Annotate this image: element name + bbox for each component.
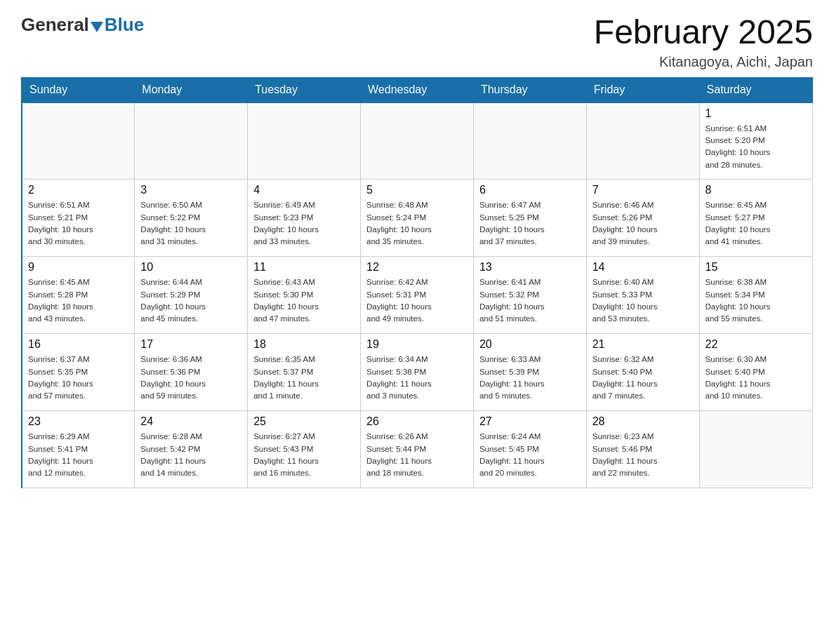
day-number: 26 xyxy=(366,415,468,428)
calendar-cell: 8Sunrise: 6:45 AM Sunset: 5:27 PM Daylig… xyxy=(699,180,812,257)
logo: General Blue xyxy=(21,14,144,36)
calendar-cell: 1Sunrise: 6:51 AM Sunset: 5:20 PM Daylig… xyxy=(699,102,812,180)
calendar-cell: 25Sunrise: 6:27 AM Sunset: 5:43 PM Dayli… xyxy=(248,411,361,488)
day-of-week-saturday: Saturday xyxy=(699,77,812,102)
calendar-cell: 20Sunrise: 6:33 AM Sunset: 5:39 PM Dayli… xyxy=(473,334,586,411)
day-of-week-tuesday: Tuesday xyxy=(248,77,361,102)
calendar-header: SundayMondayTuesdayWednesdayThursdayFrid… xyxy=(22,77,812,102)
day-info: Sunrise: 6:29 AM Sunset: 5:41 PM Dayligh… xyxy=(28,431,128,479)
calendar-week-3: 9Sunrise: 6:45 AM Sunset: 5:28 PM Daylig… xyxy=(22,257,812,334)
day-number: 2 xyxy=(28,184,128,196)
day-number: 15 xyxy=(706,261,807,274)
day-info: Sunrise: 6:48 AM Sunset: 5:24 PM Dayligh… xyxy=(366,199,468,248)
calendar-week-2: 2Sunrise: 6:51 AM Sunset: 5:21 PM Daylig… xyxy=(22,180,812,257)
day-info: Sunrise: 6:49 AM Sunset: 5:23 PM Dayligh… xyxy=(253,199,355,248)
day-number: 14 xyxy=(593,261,694,274)
day-number: 12 xyxy=(366,261,468,274)
calendar-week-1: 1Sunrise: 6:51 AM Sunset: 5:20 PM Daylig… xyxy=(22,102,812,180)
day-info: Sunrise: 6:27 AM Sunset: 5:43 PM Dayligh… xyxy=(253,431,355,479)
logo-triangle-icon xyxy=(91,22,103,32)
calendar-cell: 17Sunrise: 6:36 AM Sunset: 5:36 PM Dayli… xyxy=(135,334,248,411)
day-info: Sunrise: 6:26 AM Sunset: 5:44 PM Dayligh… xyxy=(366,431,468,479)
day-info: Sunrise: 6:42 AM Sunset: 5:31 PM Dayligh… xyxy=(366,276,468,325)
calendar-cell xyxy=(361,102,474,180)
day-info: Sunrise: 6:36 AM Sunset: 5:36 PM Dayligh… xyxy=(140,354,241,402)
day-info: Sunrise: 6:50 AM Sunset: 5:22 PM Dayligh… xyxy=(140,199,241,248)
calendar-cell: 11Sunrise: 6:43 AM Sunset: 5:30 PM Dayli… xyxy=(248,257,361,334)
day-info: Sunrise: 6:51 AM Sunset: 5:21 PM Dayligh… xyxy=(28,199,128,248)
calendar-cell: 13Sunrise: 6:41 AM Sunset: 5:32 PM Dayli… xyxy=(473,257,586,334)
logo-blue: Blue xyxy=(105,14,144,36)
day-of-week-friday: Friday xyxy=(586,77,699,102)
day-info: Sunrise: 6:28 AM Sunset: 5:42 PM Dayligh… xyxy=(140,431,241,479)
day-number: 6 xyxy=(479,184,581,196)
calendar-cell: 15Sunrise: 6:38 AM Sunset: 5:34 PM Dayli… xyxy=(699,257,812,334)
calendar-cell: 2Sunrise: 6:51 AM Sunset: 5:21 PM Daylig… xyxy=(22,180,135,257)
calendar-cell: 26Sunrise: 6:26 AM Sunset: 5:44 PM Dayli… xyxy=(361,411,474,488)
calendar-cell: 10Sunrise: 6:44 AM Sunset: 5:29 PM Dayli… xyxy=(135,257,248,334)
calendar-cell: 5Sunrise: 6:48 AM Sunset: 5:24 PM Daylig… xyxy=(361,180,474,257)
day-number: 11 xyxy=(253,261,355,274)
title-block: February 2025 Kitanagoya, Aichi, Japan xyxy=(594,14,813,70)
calendar-cell: 19Sunrise: 6:34 AM Sunset: 5:38 PM Dayli… xyxy=(361,334,474,411)
day-number: 16 xyxy=(28,338,128,351)
day-info: Sunrise: 6:33 AM Sunset: 5:39 PM Dayligh… xyxy=(479,354,581,402)
day-number: 3 xyxy=(140,184,241,196)
calendar-cell: 14Sunrise: 6:40 AM Sunset: 5:33 PM Dayli… xyxy=(586,257,699,334)
day-info: Sunrise: 6:44 AM Sunset: 5:29 PM Dayligh… xyxy=(140,276,241,325)
day-number: 22 xyxy=(706,338,807,351)
day-info: Sunrise: 6:24 AM Sunset: 5:45 PM Dayligh… xyxy=(479,431,581,479)
calendar-cell: 3Sunrise: 6:50 AM Sunset: 5:22 PM Daylig… xyxy=(135,180,248,257)
calendar-cell xyxy=(473,102,586,180)
day-number: 17 xyxy=(140,338,241,351)
calendar-week-5: 23Sunrise: 6:29 AM Sunset: 5:41 PM Dayli… xyxy=(22,411,812,488)
calendar-cell xyxy=(135,102,248,180)
calendar-cell xyxy=(248,102,361,180)
calendar-cell: 21Sunrise: 6:32 AM Sunset: 5:40 PM Dayli… xyxy=(586,334,699,411)
calendar-cell xyxy=(586,102,699,180)
day-number: 13 xyxy=(479,261,581,274)
calendar-cell: 6Sunrise: 6:47 AM Sunset: 5:25 PM Daylig… xyxy=(473,180,586,257)
calendar-cell xyxy=(22,102,135,180)
day-number: 10 xyxy=(140,261,241,274)
day-info: Sunrise: 6:40 AM Sunset: 5:33 PM Dayligh… xyxy=(593,276,694,325)
location-title: Kitanagoya, Aichi, Japan xyxy=(594,54,813,70)
day-number: 24 xyxy=(140,415,241,428)
day-number: 5 xyxy=(366,184,468,196)
calendar-cell: 27Sunrise: 6:24 AM Sunset: 5:45 PM Dayli… xyxy=(473,411,586,488)
day-number: 21 xyxy=(593,338,694,351)
calendar-cell: 23Sunrise: 6:29 AM Sunset: 5:41 PM Dayli… xyxy=(22,411,135,488)
days-of-week-row: SundayMondayTuesdayWednesdayThursdayFrid… xyxy=(22,77,812,102)
calendar-body: 1Sunrise: 6:51 AM Sunset: 5:20 PM Daylig… xyxy=(22,102,812,488)
calendar-cell: 4Sunrise: 6:49 AM Sunset: 5:23 PM Daylig… xyxy=(248,180,361,257)
day-number: 27 xyxy=(479,415,581,428)
day-number: 20 xyxy=(479,338,581,351)
day-number: 18 xyxy=(253,338,355,351)
day-info: Sunrise: 6:30 AM Sunset: 5:40 PM Dayligh… xyxy=(706,354,807,402)
day-info: Sunrise: 6:45 AM Sunset: 5:27 PM Dayligh… xyxy=(706,199,807,248)
day-info: Sunrise: 6:37 AM Sunset: 5:35 PM Dayligh… xyxy=(28,354,128,402)
logo-general: General xyxy=(21,14,89,36)
page-header: General Blue February 2025 Kitanagoya, A… xyxy=(21,14,813,70)
calendar-week-4: 16Sunrise: 6:37 AM Sunset: 5:35 PM Dayli… xyxy=(22,334,812,411)
day-info: Sunrise: 6:32 AM Sunset: 5:40 PM Dayligh… xyxy=(593,354,694,402)
day-info: Sunrise: 6:46 AM Sunset: 5:26 PM Dayligh… xyxy=(593,199,694,248)
calendar-cell: 18Sunrise: 6:35 AM Sunset: 5:37 PM Dayli… xyxy=(248,334,361,411)
day-info: Sunrise: 6:51 AM Sunset: 5:20 PM Dayligh… xyxy=(706,123,807,171)
day-info: Sunrise: 6:43 AM Sunset: 5:30 PM Dayligh… xyxy=(253,276,355,325)
calendar-cell: 12Sunrise: 6:42 AM Sunset: 5:31 PM Dayli… xyxy=(361,257,474,334)
day-number: 1 xyxy=(706,107,807,120)
calendar-cell: 22Sunrise: 6:30 AM Sunset: 5:40 PM Dayli… xyxy=(699,334,812,411)
day-info: Sunrise: 6:47 AM Sunset: 5:25 PM Dayligh… xyxy=(479,199,581,248)
day-number: 9 xyxy=(28,261,128,274)
day-number: 8 xyxy=(706,184,807,196)
day-info: Sunrise: 6:41 AM Sunset: 5:32 PM Dayligh… xyxy=(479,276,581,325)
day-of-week-monday: Monday xyxy=(135,77,248,102)
day-number: 7 xyxy=(593,184,694,196)
day-info: Sunrise: 6:35 AM Sunset: 5:37 PM Dayligh… xyxy=(253,354,355,402)
day-number: 23 xyxy=(28,415,128,428)
day-of-week-wednesday: Wednesday xyxy=(361,77,474,102)
day-info: Sunrise: 6:38 AM Sunset: 5:34 PM Dayligh… xyxy=(706,276,807,325)
day-of-week-thursday: Thursday xyxy=(473,77,586,102)
day-number: 28 xyxy=(593,415,694,428)
